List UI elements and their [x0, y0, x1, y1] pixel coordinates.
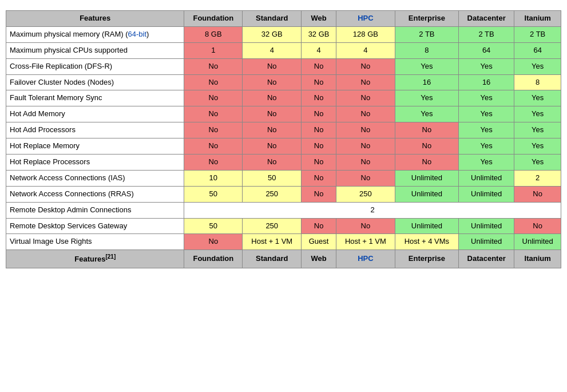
data-cell: Yes: [458, 122, 514, 138]
data-cell: Yes: [458, 138, 514, 155]
data-cell: 8 GB: [184, 26, 243, 42]
data-cell: Unlimited: [395, 170, 458, 186]
feature-cell: Maximum physical memory (RAM) (64-bit): [6, 26, 184, 42]
feature-cell: Remote Desktop Admin Connections: [6, 202, 184, 218]
data-cell: 32 GB: [302, 26, 336, 42]
data-cell: No: [184, 155, 243, 171]
data-cell: Unlimited: [458, 186, 514, 202]
data-cell: 4: [243, 42, 302, 58]
data-cell: 2: [514, 170, 561, 186]
data-cell: Yes: [514, 58, 561, 74]
data-cell: Yes: [395, 90, 458, 106]
data-cell: 50: [184, 186, 243, 202]
table-row: Hot Add MemoryNoNoNoNoYesYesYes: [6, 106, 561, 122]
data-cell: Unlimited: [514, 234, 561, 250]
data-cell: No: [302, 170, 336, 186]
data-cell: No: [336, 58, 395, 74]
data-cell: Yes: [514, 138, 561, 155]
footer-features: Features[21]: [6, 250, 184, 268]
data-cell: No: [336, 218, 395, 234]
data-cell: No: [302, 122, 336, 138]
data-cell: 4: [302, 42, 336, 58]
feature-cell: Fault Tolerant Memory Sync: [6, 90, 184, 106]
data-cell: No: [336, 122, 395, 138]
col-header-standard: Standard: [243, 11, 302, 27]
data-cell: No: [184, 234, 243, 250]
data-cell: Unlimited: [458, 218, 514, 234]
data-cell: 50: [184, 218, 243, 234]
data-cell: No: [514, 186, 561, 202]
data-cell: No: [302, 186, 336, 202]
feature-cell: Maximum physical CPUs supported: [6, 42, 184, 58]
data-cell: No: [514, 218, 561, 234]
data-cell: Yes: [514, 122, 561, 138]
data-cell: 64: [458, 42, 514, 58]
table-row: Maximum physical memory (RAM) (64-bit)8 …: [6, 26, 561, 42]
64-bit-link[interactable]: 64-bit: [128, 30, 147, 38]
table-footer-row: Features[21] Foundation Standard Web HPC…: [6, 250, 561, 268]
table-row: Hot Add ProcessorsNoNoNoNoNoYesYes: [6, 122, 561, 138]
remote-desktop-admin-span: 2: [184, 202, 561, 218]
data-cell: No: [336, 74, 395, 90]
data-cell: No: [302, 218, 336, 234]
data-cell: 16: [395, 74, 458, 90]
data-cell: Host + 4 VMs: [395, 234, 458, 250]
data-cell: No: [184, 74, 243, 90]
data-cell: Unlimited: [458, 170, 514, 186]
data-cell: No: [395, 122, 458, 138]
data-cell: No: [243, 122, 302, 138]
footer-foundation: Foundation: [184, 250, 243, 268]
data-cell: 2 TB: [514, 26, 561, 42]
data-cell: No: [243, 155, 302, 171]
data-cell: No: [302, 58, 336, 74]
feature-cell: Hot Replace Memory: [6, 138, 184, 155]
data-cell: No: [302, 74, 336, 90]
data-cell: 250: [243, 186, 302, 202]
data-cell: No: [184, 122, 243, 138]
feature-cell: Remote Desktop Services Gateway: [6, 218, 184, 234]
table-row: Network Access Connections (IAS)1050NoNo…: [6, 170, 561, 186]
data-cell: No: [243, 106, 302, 122]
data-cell: Unlimited: [458, 234, 514, 250]
footer-hpc: HPC: [336, 250, 395, 268]
feature-cell: Virtual Image Use Rights: [6, 234, 184, 250]
data-cell: Unlimited: [395, 186, 458, 202]
data-cell: Host + 1 VM: [243, 234, 302, 250]
data-cell: 250: [243, 218, 302, 234]
data-cell: Host + 1 VM: [336, 234, 395, 250]
data-cell: No: [302, 106, 336, 122]
data-cell: No: [184, 138, 243, 155]
col-header-hpc: HPC: [336, 11, 395, 27]
data-cell: Yes: [514, 106, 561, 122]
table-header-row: Features Foundation Standard Web HPC Ent…: [6, 11, 561, 27]
col-header-enterprise: Enterprise: [395, 11, 458, 27]
footer-itanium: Itanium: [514, 250, 561, 268]
table-row: Network Access Connections (RRAS)50250No…: [6, 186, 561, 202]
data-cell: No: [243, 74, 302, 90]
data-cell: 64: [514, 42, 561, 58]
footer-enterprise: Enterprise: [395, 250, 458, 268]
data-cell: 1: [184, 42, 243, 58]
data-cell: Yes: [514, 155, 561, 171]
data-cell: No: [184, 58, 243, 74]
col-header-itanium: Itanium: [514, 11, 561, 27]
data-cell: No: [395, 138, 458, 155]
data-cell: No: [336, 90, 395, 106]
data-cell: 50: [243, 170, 302, 186]
data-cell: Yes: [458, 106, 514, 122]
data-cell: No: [184, 90, 243, 106]
data-cell: No: [243, 90, 302, 106]
data-cell: Yes: [458, 58, 514, 74]
table-row: Maximum physical CPUs supported144486464: [6, 42, 561, 58]
data-cell: 2 TB: [395, 26, 458, 42]
col-header-web: Web: [302, 11, 336, 27]
data-cell: 10: [184, 170, 243, 186]
data-cell: Yes: [458, 155, 514, 171]
table-row: Remote Desktop Admin Connections2: [6, 202, 561, 218]
data-cell: No: [336, 138, 395, 155]
data-cell: No: [395, 155, 458, 171]
feature-cell: Failover Cluster Nodes (Nodes): [6, 74, 184, 90]
comparison-table: Features Foundation Standard Web HPC Ent…: [6, 10, 561, 268]
data-cell: No: [184, 106, 243, 122]
data-cell: 4: [336, 42, 395, 58]
